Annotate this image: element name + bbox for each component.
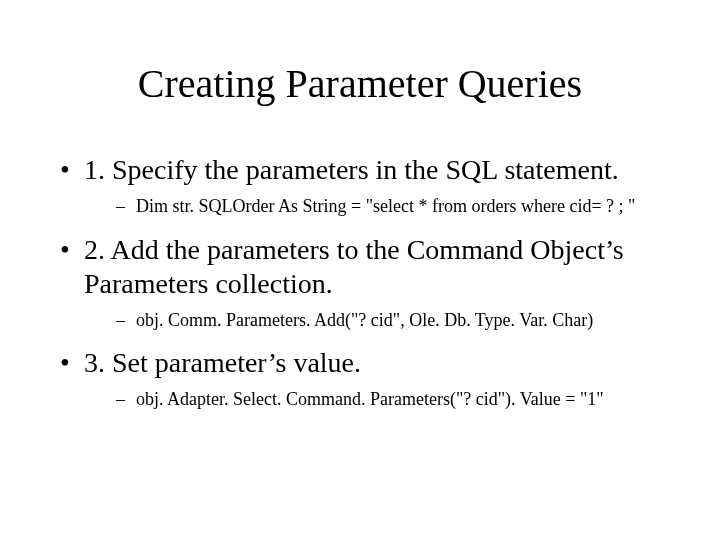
list-item: Dim str. SQLOrder As String = "select * … xyxy=(116,195,680,218)
list-item: 1. Specify the parameters in the SQL sta… xyxy=(60,153,680,219)
list-item: obj. Adapter. Select. Command. Parameter… xyxy=(116,388,680,411)
sub-bullet-text: obj. Adapter. Select. Command. Parameter… xyxy=(136,389,604,409)
bullet-list: 1. Specify the parameters in the SQL sta… xyxy=(40,153,680,412)
list-item: 2. Add the parameters to the Command Obj… xyxy=(60,233,680,333)
sub-bullet-text: Dim str. SQLOrder As String = "select * … xyxy=(136,196,635,216)
sub-list: obj. Adapter. Select. Command. Parameter… xyxy=(84,388,680,411)
sub-bullet-text: obj. Comm. Parameters. Add("? cid", Ole.… xyxy=(136,310,593,330)
bullet-text: 3. Set parameter’s value. xyxy=(84,347,361,378)
list-item: obj. Comm. Parameters. Add("? cid", Ole.… xyxy=(116,309,680,332)
bullet-text: 2. Add the parameters to the Command Obj… xyxy=(84,234,624,299)
bullet-text: 1. Specify the parameters in the SQL sta… xyxy=(84,154,619,185)
list-item: 3. Set parameter’s value. obj. Adapter. … xyxy=(60,346,680,412)
sub-list: obj. Comm. Parameters. Add("? cid", Ole.… xyxy=(84,309,680,332)
slide-title: Creating Parameter Queries xyxy=(40,60,680,107)
sub-list: Dim str. SQLOrder As String = "select * … xyxy=(84,195,680,218)
slide: Creating Parameter Queries 1. Specify th… xyxy=(0,0,720,540)
